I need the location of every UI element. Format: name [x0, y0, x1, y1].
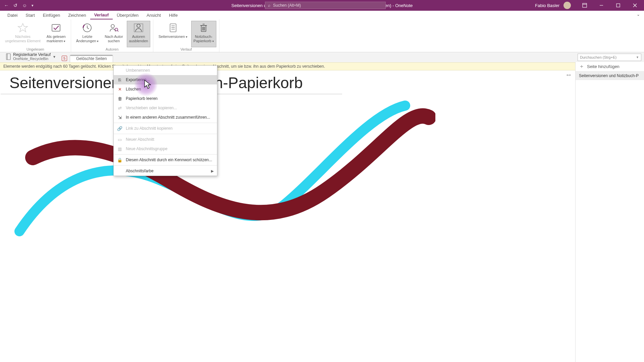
ribbon-last-changes[interactable]: Letzte Änderungen — [74, 21, 101, 47]
tab-zeichnen[interactable]: Zeichnen — [64, 11, 90, 19]
ribbon-group-autoren: Letzte Änderungen Nach Autor suchen Auto… — [71, 19, 154, 52]
tab-verlauf[interactable]: Verlauf — [90, 11, 113, 19]
section-row: Registerkarte Verlauf OneNote_RecycleBin… — [0, 52, 644, 62]
tab-start[interactable]: Start — [21, 11, 39, 19]
notebook-selector[interactable]: Registerkarte Verlauf OneNote_RecycleBin… — [3, 52, 59, 62]
cm-section-color[interactable]: Abschnittsfarbe ▶ — [114, 166, 217, 176]
page-icon — [168, 22, 178, 33]
link-icon: 🔗 — [117, 126, 122, 131]
cm-delete[interactable]: ✕ Löschen — [114, 84, 217, 94]
ribbon-page-versions[interactable]: Seitenversionen — [156, 21, 190, 47]
menu-strip: Datei Start Einfügen Zeichnen Verlauf Üb… — [0, 11, 644, 19]
notebook-sub: OneNote_RecycleBin — [13, 57, 51, 61]
section-icon: ▭ — [117, 137, 122, 142]
ribbon-group-label: Autoren — [106, 47, 119, 52]
tab-ansicht[interactable]: Ansicht — [143, 11, 165, 19]
cm-separator — [114, 165, 217, 166]
check-icon — [51, 22, 61, 33]
titlebar-right: Fabio Basler — [535, 0, 644, 11]
ribbon-mode-icon[interactable] — [577, 0, 592, 11]
blank-icon — [117, 168, 122, 174]
ribbon-group-ungelesen: Nächstes ungelesenes Element Als gelesen… — [0, 19, 71, 52]
maximize-icon[interactable] — [610, 0, 626, 11]
tab-einfuegen[interactable]: Einfügen — [39, 11, 64, 19]
user-name[interactable]: Fabio Basler — [535, 3, 559, 8]
add-page-button[interactable]: ＋ Seite hinzufügen — [576, 62, 644, 71]
ribbon-notebook-recycle[interactable]: Notizbuch- Papierkorb — [191, 21, 216, 47]
cm-merge[interactable]: ⇲ In einem anderen Abschnitt zusammenfüh… — [114, 113, 217, 122]
cm-copy-link: 🔗 Link zu Abschnitt kopieren — [114, 124, 217, 133]
close-icon[interactable] — [627, 0, 643, 11]
svg-rect-14 — [170, 24, 176, 32]
svg-point-10 — [115, 28, 118, 31]
blank-icon — [117, 68, 122, 73]
ribbon-find-author[interactable]: Nach Autor suchen — [102, 21, 125, 47]
group-icon: ▥ — [117, 146, 122, 152]
delete-x-icon: ✕ — [117, 86, 122, 92]
ribbon-group-label: Ungelesen — [26, 47, 44, 52]
minimize-icon[interactable] — [594, 0, 609, 11]
cm-export[interactable]: ⎘ Exportieren... — [114, 75, 217, 84]
cm-password-protect[interactable]: 🔒 Diesen Abschnitt durch ein Kennwort sc… — [114, 155, 217, 165]
ribbon: Nächstes ungelesenes Element Als gelesen… — [0, 19, 644, 52]
person-hide-icon — [133, 22, 144, 33]
svg-point-12 — [137, 24, 140, 27]
tab-datei[interactable]: Datei — [3, 11, 21, 19]
chevron-down-icon: ▼ — [53, 55, 56, 59]
svg-rect-0 — [583, 3, 587, 7]
titlebar: ← ↺ ☺ ▾ Seitenversionen und Notizbuch-Pa… — [0, 0, 644, 11]
export-icon: ⎘ — [117, 77, 122, 82]
page-list-item[interactable]: Seitenversionen und Notizbuch-P — [576, 71, 644, 80]
svg-marker-6 — [18, 23, 28, 32]
page-list-panel: ＋ Seite hinzufügen Seitenversionen und N… — [575, 62, 644, 362]
move-icon: ⇄ — [117, 105, 122, 111]
merge-icon: ⇲ — [117, 115, 122, 120]
cm-separator — [114, 123, 217, 123]
svg-rect-24 — [6, 54, 10, 60]
tab-ueberpruefen[interactable]: Überprüfen — [113, 11, 143, 19]
search-placeholder: Suchen (Alt+M) — [273, 3, 301, 8]
qat-customize-icon[interactable]: ▾ — [32, 3, 34, 8]
add-page-label: Seite hinzufügen — [587, 64, 620, 69]
cm-separator — [114, 134, 217, 134]
svg-rect-7 — [52, 24, 60, 31]
page-canvas[interactable]: ⤢ Seitenversionen und Notizbuch-Papierko… — [0, 70, 574, 362]
tab-hilfe[interactable]: Hilfe — [165, 11, 182, 19]
section-search[interactable]: Durchsuchen (Strg+E) ▼ — [578, 54, 641, 61]
ribbon-group-label: Verlauf — [180, 47, 192, 52]
notebook-title: Registerkarte Verlauf — [13, 53, 51, 57]
info-banner: Elemente werden endgültig nach 60 Tagen … — [0, 62, 644, 70]
avatar[interactable] — [564, 2, 571, 9]
clock-icon — [82, 22, 93, 33]
svg-rect-3 — [616, 4, 620, 7]
svg-line-11 — [117, 31, 118, 32]
page-title[interactable]: Seitenversionen und Notizbuch-Papierkorb — [0, 70, 574, 94]
search-icon: ⌕ — [268, 3, 270, 8]
ribbon-mark-read[interactable]: Als gelesen markieren — [44, 21, 68, 47]
cm-move-copy: ⇄ Verschieben oder kopieren... — [114, 103, 217, 113]
star-icon — [17, 22, 28, 33]
svg-point-9 — [111, 24, 114, 28]
cm-rename: Umbenennen — [114, 66, 217, 75]
search-box[interactable]: ⌕ Suchen (Alt+M) — [265, 2, 386, 9]
section-tab-deleted[interactable]: Gelöschte Seiten — [70, 55, 113, 62]
back-icon[interactable]: ← — [4, 3, 9, 8]
ribbon-group-verlauf: Seitenversionen Notizbuch- Papierkorb Ve… — [153, 19, 219, 52]
quick-access-toolbar: ← ↺ ☺ ▾ — [0, 3, 34, 8]
undo-icon[interactable]: ↺ — [13, 3, 17, 8]
sync-error-badge[interactable]: 5 — [62, 56, 67, 61]
notebook-icon — [6, 53, 11, 60]
context-menu: Umbenennen ⎘ Exportieren... ✕ Löschen 🗑 … — [113, 65, 217, 176]
trash-icon: 🗑 — [117, 96, 122, 101]
collapse-ribbon-icon[interactable]: ⌄ — [637, 12, 640, 17]
person-search-icon — [108, 22, 119, 33]
ink-drawing — [13, 94, 435, 255]
plus-icon: ＋ — [579, 63, 584, 70]
emoji-icon[interactable]: ☺ — [22, 3, 27, 8]
cm-new-section: ▭ Neuer Abschnitt — [114, 135, 217, 144]
trash-icon — [198, 22, 209, 33]
chevron-down-icon: ▼ — [636, 56, 639, 59]
cm-empty-recycle[interactable]: 🗑 Papierkorb leeren — [114, 94, 217, 103]
ribbon-next-unread: Nächstes ungelesenes Element — [3, 21, 43, 47]
ribbon-hide-authors[interactable]: Autoren ausblenden — [127, 21, 151, 47]
